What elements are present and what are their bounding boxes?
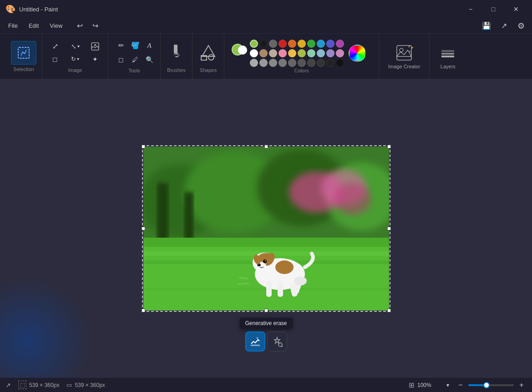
swatch-17[interactable] xyxy=(307,49,315,57)
color-picker-wheel[interactable] xyxy=(349,45,366,62)
fill-button[interactable]: 🪣 xyxy=(128,39,142,52)
svg-point-35 xyxy=(294,276,307,285)
swatch-16[interactable] xyxy=(298,49,306,57)
rotate-button[interactable]: ↻ ▾ xyxy=(64,53,86,66)
color-picker-tool-button[interactable]: 🖊 xyxy=(128,53,142,66)
swatch-28[interactable] xyxy=(317,59,325,67)
swatch-26[interactable] xyxy=(298,59,306,67)
pencil-button[interactable]: ✏ xyxy=(114,39,128,52)
swatch-15[interactable] xyxy=(288,49,296,57)
svg-rect-3 xyxy=(174,45,177,54)
tooltip: Generative erase xyxy=(239,318,292,329)
share-button[interactable]: ↗ xyxy=(497,20,511,32)
selection-handle-bc[interactable] xyxy=(264,309,268,312)
selection-button[interactable] xyxy=(11,41,36,65)
layers-button[interactable]: Layers xyxy=(435,40,461,73)
color-swatches-container xyxy=(250,40,344,67)
selection-group: Selection xyxy=(5,34,42,79)
zoom-controls: ⊞ 100% ▾ − + xyxy=(409,380,527,390)
svg-rect-12 xyxy=(441,56,454,57)
crop-button[interactable]: ⤢ xyxy=(48,40,62,53)
swatch-19[interactable] xyxy=(326,49,334,57)
swatch-14[interactable] xyxy=(279,49,287,57)
svg-point-20 xyxy=(334,183,371,215)
image-size-value: 539 × 360px xyxy=(75,382,105,388)
zoom-dropdown-button[interactable]: ▾ xyxy=(443,380,453,390)
selection-handle-tr[interactable] xyxy=(387,145,391,148)
selection-handle-br[interactable] xyxy=(387,309,391,312)
swatch-30[interactable] xyxy=(336,59,344,67)
svg-point-30 xyxy=(275,260,294,274)
zoom-percentage: 100% xyxy=(417,382,440,388)
maximize-button[interactable]: □ xyxy=(483,2,504,16)
swatch-25[interactable] xyxy=(288,59,296,67)
close-button[interactable]: ✕ xyxy=(506,2,527,16)
swatch-2[interactable] xyxy=(259,40,268,48)
selection-handle-tl[interactable] xyxy=(142,145,145,148)
zoom-slider[interactable] xyxy=(468,384,514,386)
swatch-8[interactable] xyxy=(317,40,325,48)
menu-view[interactable]: View xyxy=(45,20,67,31)
brushes-group: Brushes xyxy=(161,34,193,79)
minimize-button[interactable]: − xyxy=(460,2,481,16)
menu-file[interactable]: File xyxy=(4,20,22,31)
undo-button[interactable]: ↩ xyxy=(72,20,87,32)
resize-button[interactable]: ⤡ ▾ xyxy=(64,40,86,53)
menu-edit[interactable]: Edit xyxy=(24,20,43,31)
selection-handle-ml[interactable] xyxy=(142,227,145,230)
svg-rect-32 xyxy=(278,281,283,297)
swatch-3[interactable] xyxy=(269,40,277,48)
gen-fill-button[interactable]: ✦ xyxy=(88,53,102,66)
selection-handle-bl[interactable] xyxy=(142,309,145,312)
cursor-indicator: ↗ xyxy=(5,382,11,389)
swatch-11[interactable] xyxy=(250,49,258,57)
selection-handle-mr[interactable] xyxy=(387,227,391,230)
zoom-tool-button[interactable]: 🔍 xyxy=(142,53,157,66)
generative-erase-button[interactable] xyxy=(245,331,265,351)
cursor-icon: ↗ xyxy=(5,382,11,389)
swatch-27[interactable] xyxy=(307,59,315,67)
svg-point-2 xyxy=(94,44,96,46)
swatch-20[interactable] xyxy=(336,49,344,57)
zoom-in-button[interactable]: + xyxy=(517,380,527,390)
brushes-button[interactable] xyxy=(167,40,187,66)
swatch-9[interactable] xyxy=(326,40,334,48)
swatch-7[interactable] xyxy=(307,40,315,48)
swatch-18[interactable] xyxy=(317,49,325,57)
settings-button[interactable]: ⚙ xyxy=(514,20,528,32)
svg-point-9 xyxy=(400,48,403,52)
swatch-12[interactable] xyxy=(259,49,268,57)
tools-group: ✏ 🪣 A ◻ 🖊 🔍 Tools xyxy=(108,34,161,79)
toolbar: Selection ⤢ ⤡ ▾ ◻ ↻ ▾ ✦ xyxy=(0,34,532,79)
zoom-out-button[interactable]: − xyxy=(456,380,466,390)
tools-grid: ✏ 🪣 A ◻ 🖊 🔍 xyxy=(114,39,155,66)
swatch-6[interactable] xyxy=(298,40,306,48)
shapes-button[interactable] xyxy=(198,40,218,66)
swatch-29[interactable] xyxy=(326,59,334,67)
colors-label: Colors xyxy=(294,68,309,73)
magic-select-button[interactable] xyxy=(267,331,287,351)
image-action-button[interactable] xyxy=(88,40,102,53)
brushes-label: Brushes xyxy=(167,67,185,73)
save-button[interactable]: 💾 xyxy=(479,20,494,32)
swatch-row-3 xyxy=(250,59,344,67)
image-creator-button[interactable]: Image Creator xyxy=(385,40,424,73)
swatch-24[interactable] xyxy=(279,59,287,67)
rotate-icon: ↻ xyxy=(71,56,76,62)
swatch-4[interactable] xyxy=(279,40,287,48)
erase-button[interactable]: ◻ xyxy=(48,53,62,66)
swatch-10[interactable] xyxy=(336,40,344,48)
swatch-21[interactable] xyxy=(250,59,258,67)
background-color[interactable] xyxy=(238,46,247,55)
image-group: ⤢ ⤡ ▾ ◻ ↻ ▾ ✦ Image xyxy=(42,34,108,79)
swatch-13[interactable] xyxy=(269,49,277,57)
zoom-slider-thumb xyxy=(483,382,490,388)
selection-handle-tc[interactable] xyxy=(264,145,268,148)
swatch-5[interactable] xyxy=(288,40,296,48)
swatch-23[interactable] xyxy=(269,59,277,67)
eraser-tool-button[interactable]: ◻ xyxy=(114,53,128,66)
redo-button[interactable]: ↪ xyxy=(88,20,102,32)
text-button[interactable]: A xyxy=(142,39,157,52)
swatch-1[interactable] xyxy=(250,40,258,48)
swatch-22[interactable] xyxy=(259,59,268,67)
